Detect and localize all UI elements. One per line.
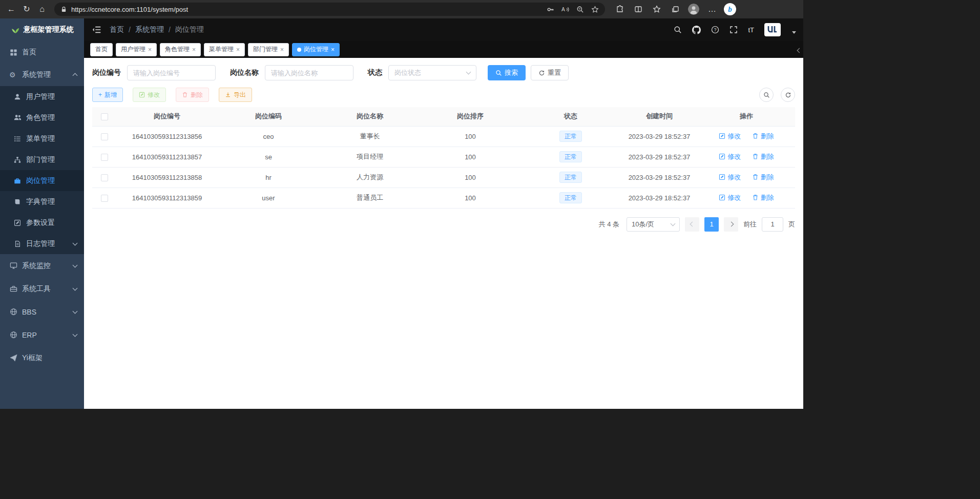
bing-copilot-icon[interactable]: b (724, 3, 736, 15)
sidebar-item-system[interactable]: ⚙ 系统管理 (0, 64, 84, 86)
row-checkbox[interactable] (101, 154, 108, 161)
close-icon[interactable]: × (280, 46, 284, 53)
back-icon[interactable]: ← (4, 2, 18, 16)
row-edit-link[interactable]: 修改 (719, 173, 741, 182)
tab-home[interactable]: 首页 (90, 43, 113, 56)
sidebar-item-monitoring[interactable]: 系统监控 (0, 254, 84, 277)
tab-scroll-left-icon[interactable] (798, 45, 801, 54)
briefcase-icon (13, 177, 22, 184)
sidebar-item-logs[interactable]: 日志管理 (0, 233, 84, 254)
search-icon[interactable] (674, 26, 682, 34)
reset-button[interactable]: 重置 (531, 65, 569, 80)
sidebar-item-users[interactable]: 用户管理 (0, 86, 84, 107)
export-button-label: 导出 (234, 91, 246, 99)
read-aloud-icon[interactable]: A (561, 6, 569, 13)
browser-menu-icon[interactable]: … (705, 2, 719, 16)
sidebar-item-roles[interactable]: 角色管理 (0, 107, 84, 128)
row-checkbox[interactable] (101, 133, 108, 140)
search-button[interactable]: 搜索 (488, 65, 526, 80)
favorites-icon[interactable] (650, 2, 663, 16)
next-page-button[interactable] (724, 217, 738, 232)
delete-button[interactable]: 删除 (176, 88, 209, 102)
edit-button[interactable]: 修改 (133, 88, 166, 102)
zoom-out-icon[interactable] (576, 6, 584, 13)
help-icon[interactable]: ? (711, 26, 719, 34)
row-delete-link[interactable]: 删除 (752, 132, 774, 141)
export-button[interactable]: 导出 (219, 88, 252, 102)
refresh-icon[interactable]: ↻ (19, 2, 34, 16)
cell-post-code: user (217, 188, 320, 208)
password-key-icon[interactable] (547, 6, 554, 13)
tab-posts-active[interactable]: 岗位管理 × (292, 43, 340, 56)
edit-button-label: 修改 (148, 91, 160, 99)
page-number-current[interactable]: 1 (704, 217, 719, 232)
tag-view-bar: 首页 用户管理 × 角色管理 × 菜单管理 × 部门管理 (84, 41, 803, 58)
prev-page-button[interactable] (685, 217, 699, 232)
goto-label: 前往 (743, 220, 757, 229)
add-favorite-icon[interactable] (591, 6, 599, 13)
cell-post-code: se (217, 147, 320, 167)
globe-icon (9, 308, 17, 316)
sidebar-item-dictionary[interactable]: 字典管理 (0, 191, 84, 212)
select-all-checkbox[interactable] (101, 113, 108, 120)
post-id-input[interactable] (127, 65, 216, 80)
sidebar-item-posts[interactable]: 岗位管理 (0, 170, 84, 191)
collections-icon[interactable] (669, 2, 682, 16)
chevron-down-icon[interactable] (792, 31, 796, 34)
svg-text:A: A (561, 7, 565, 12)
breadcrumb-home[interactable]: 首页 (110, 25, 124, 34)
tab-roles[interactable]: 角色管理 × (160, 43, 201, 56)
sidebar-item-menus[interactable]: 菜单管理 (0, 128, 84, 149)
breadcrumb-system[interactable]: 系统管理 (135, 25, 164, 34)
toggle-search-button[interactable] (759, 88, 774, 102)
add-button-label: 新增 (105, 91, 117, 99)
page-size-select[interactable]: 10条/页 (627, 217, 680, 232)
font-size-icon[interactable]: tT (748, 26, 754, 34)
github-icon[interactable] (692, 26, 701, 34)
sidebar-item-departments[interactable]: 部门管理 (0, 149, 84, 170)
site-lock-icon[interactable] (60, 6, 67, 13)
svg-text:?: ? (714, 27, 717, 32)
row-delete-link[interactable]: 删除 (752, 173, 774, 182)
sidebar-item-parameters[interactable]: 参数设置 (0, 212, 84, 233)
sidebar-collapse-icon[interactable] (91, 25, 102, 34)
add-button[interactable]: + 新增 (92, 88, 123, 102)
edit-square-icon (13, 219, 22, 226)
sidebar-item-erp[interactable]: ERP (0, 323, 84, 346)
close-icon[interactable]: × (148, 46, 152, 53)
profile-avatar[interactable] (687, 2, 700, 16)
table-row: 1641030593112313856 ceo 董事长 100 正常 2023-… (92, 126, 795, 147)
address-bar[interactable]: https://ccnetcore.com:1101/system/post A (54, 3, 605, 16)
home-icon[interactable]: ⌂ (35, 2, 49, 16)
tab-menus[interactable]: 菜单管理 × (204, 43, 245, 56)
sidebar-item-home[interactable]: 首页 (0, 41, 84, 64)
sidebar-item-bbs[interactable]: BBS (0, 300, 84, 323)
row-edit-link[interactable]: 修改 (719, 193, 741, 202)
close-icon[interactable]: × (236, 46, 240, 53)
sidebar-item-label: Yi框架 (22, 354, 43, 363)
row-delete-link[interactable]: 删除 (752, 193, 774, 202)
sidebar-item-yi-framework[interactable]: Yi框架 (0, 346, 84, 369)
url-text[interactable]: https://ccnetcore.com:1101/system/post (71, 6, 543, 13)
split-screen-icon[interactable] (632, 2, 645, 16)
goto-page-input[interactable] (762, 217, 783, 232)
row-checkbox[interactable] (101, 174, 108, 181)
sidebar-item-tools[interactable]: 系统工具 (0, 277, 84, 300)
app-logo[interactable]: 意框架管理系统 (0, 18, 84, 41)
refresh-table-button[interactable] (781, 88, 795, 102)
close-icon[interactable]: × (192, 46, 196, 53)
fullscreen-icon[interactable] (729, 26, 738, 34)
user-avatar[interactable] (764, 23, 781, 36)
close-icon[interactable]: × (331, 46, 335, 53)
status-select[interactable]: 岗位状态 (388, 65, 476, 80)
tab-users[interactable]: 用户管理 × (116, 43, 157, 56)
extensions-icon[interactable] (613, 2, 627, 16)
row-edit-link[interactable]: 修改 (719, 132, 741, 141)
row-checkbox[interactable] (101, 195, 108, 202)
post-name-input[interactable] (265, 65, 353, 80)
row-edit-link[interactable]: 修改 (719, 152, 741, 161)
row-delete-link[interactable]: 删除 (752, 152, 774, 161)
col-post-name: 岗位名称 (320, 107, 420, 126)
tab-departments[interactable]: 部门管理 × (248, 43, 289, 56)
browser-window: ← ↻ ⌂ https://ccnetcore.com:1101/system/… (0, 0, 803, 409)
